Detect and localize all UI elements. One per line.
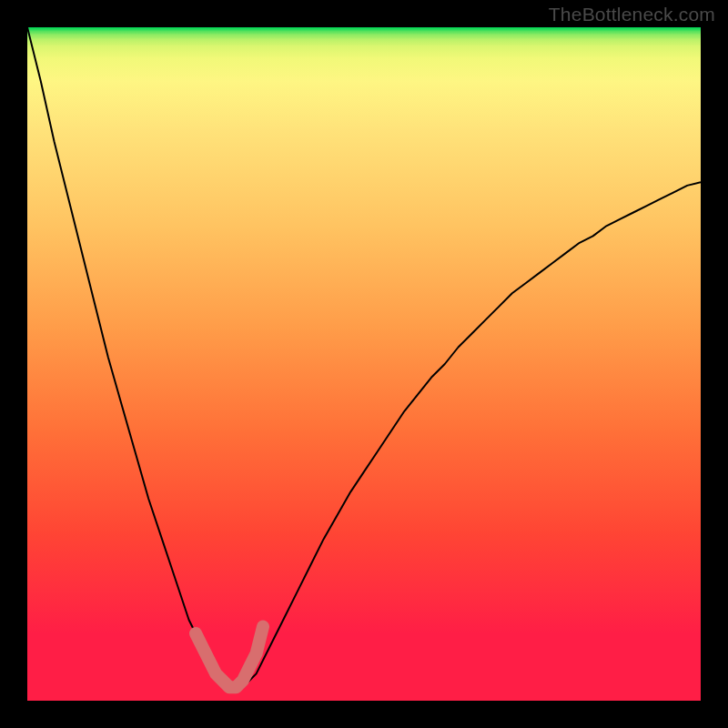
svg-rect-7 (27, 128, 701, 230)
svg-rect-10 (27, 431, 701, 533)
gradient-background (27, 27, 701, 701)
svg-rect-3 (27, 39, 701, 46)
svg-rect-6 (27, 81, 701, 129)
svg-rect-12 (27, 633, 701, 701)
watermark-text: TheBottleneck.com (549, 4, 715, 25)
bottleneck-curve-chart (27, 27, 701, 701)
svg-rect-9 (27, 330, 701, 432)
chart-frame: TheBottleneck.com (0, 0, 728, 728)
svg-rect-8 (27, 229, 701, 331)
svg-rect-5 (27, 57, 701, 82)
svg-rect-11 (27, 532, 701, 634)
svg-rect-4 (27, 46, 701, 58)
